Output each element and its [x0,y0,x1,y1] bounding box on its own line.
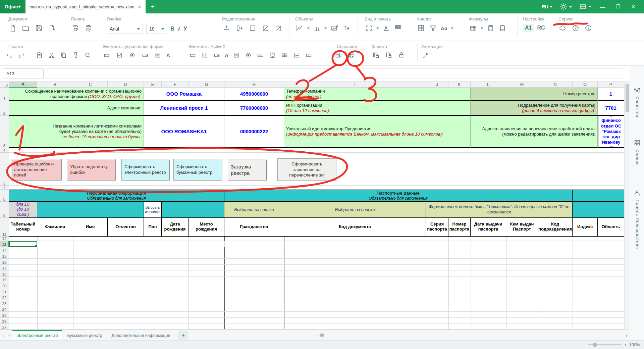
headers-icon[interactable] [382,24,391,33]
page-layout-icon[interactable] [394,24,402,33]
caption-postcode[interactable]: Индекс [573,218,598,237]
calculator-icon[interactable] [486,24,495,33]
build-electronic-registry-button[interactable]: Сформироватьэлектронный реестр [121,159,170,181]
form-radio-icon[interactable] [128,51,136,59]
row-header-15[interactable]: 15 [0,253,9,259]
column-header-k[interactable]: K [448,82,471,88]
row-header-16[interactable]: 16 [0,259,9,265]
activex-textbox-icon[interactable] [257,51,265,59]
column-header-h[interactable]: H [224,82,284,88]
protect-sheet-icon[interactable] [372,51,380,59]
row-header-25[interactable]: 25 [0,312,9,318]
row-header-12[interactable]: 12 [0,237,9,241]
cell-teal-empty-op[interactable] [573,202,624,218]
cell-phone-label[interactable]: Телефон компании (не менее 5 сим.): [284,88,471,101]
close-document-icon[interactable]: ✕ [138,4,142,9]
form-button-icon[interactable] [103,51,111,59]
sort-button[interactable]: Ая [441,26,447,31]
horizontal-scrollbar[interactable]: ‹ [317,333,324,338]
build-paper-registry-button[interactable]: Сформироватьбумажный реестр [173,159,222,181]
cell-company-name-label[interactable]: Сокращенное наименование компании с орга… [9,88,144,101]
row-header-21[interactable]: 21 [0,288,9,294]
row-header-22[interactable]: 22 [0,294,9,300]
caption-surname[interactable]: Фамилия [37,218,73,237]
column-header-e[interactable]: E [144,82,162,88]
row-header-7[interactable]: 7 [0,186,9,190]
line-chart-icon[interactable] [295,24,304,33]
cut-icon[interactable] [47,51,55,59]
row-4-empty[interactable] [9,148,624,153]
sheet-tab-additional-info[interactable]: Дополнительная информация [107,330,175,340]
print-area-icon[interactable] [365,24,373,33]
insert-cells-icon[interactable] [222,24,231,33]
cell-uid-label[interactable]: Уникальный идентификатор Предприятия: (и… [284,116,471,148]
row-header-17[interactable]: 17 [0,265,9,271]
notebook-icon[interactable] [498,24,507,33]
cell-subdivision-label[interactable]: Подразделение для получения карты) (ровн… [471,101,598,116]
column-header-a[interactable]: A [9,82,37,88]
row-header-19[interactable]: 19 [0,277,9,283]
zoom-in-button[interactable]: + [624,343,627,347]
sheet-tab-electronic-registry[interactable]: Электронный реестр [12,330,62,340]
column-header-p[interactable]: P [598,82,624,88]
row-12-empty[interactable] [9,237,624,241]
sidebar-panel-user[interactable]: Панель Пользователя [630,189,644,249]
formula-input[interactable] [46,68,623,79]
row-header-20[interactable]: 20 [0,282,9,288]
caption-birth-date[interactable]: Дата рождения [162,218,189,237]
column-header-g[interactable]: G [189,82,224,88]
row-header-2[interactable]: 2 [0,101,9,116]
italic-button[interactable]: I [178,26,180,32]
cell-latin-name-label[interactable]: Название компании латинскими символами б… [9,116,144,148]
row-header-4[interactable]: 4 [0,148,9,153]
font-family-select[interactable]: Arial [107,24,143,34]
activex-spin-icon[interactable] [269,51,277,59]
column-header-l[interactable]: L [471,82,506,88]
activex-radio-icon[interactable] [245,51,253,59]
cell-subdivision-value[interactable]: 7701 [598,101,624,116]
row-header-11[interactable]: 11 [0,218,9,237]
hscroll-thumb[interactable] [320,334,324,337]
caption-passport-issue-date[interactable]: Дата выдачи паспорта [471,218,506,237]
print-icon[interactable] [71,24,80,33]
document-tab[interactable]: makros_na_vypusk_kart_i_otkrytie_schetov… [25,0,146,13]
tabs-scroll-right-icon[interactable]: › [6,333,13,338]
new-document-tab-button[interactable]: + [146,0,160,13]
clear-error-highlight-button[interactable]: Убрать подстветкуошибок [67,159,116,181]
cell-passport-data-header[interactable]: Паспортные данные Обязательно для заполн… [224,190,573,202]
cell-company-phone-value[interactable]: 4950000000 [224,88,284,101]
row-header-27[interactable]: 27 [0,324,9,330]
row-header-3[interactable]: 3 [0,116,9,148]
bold-button[interactable]: B [170,26,174,32]
activex-label-icon[interactable]: A [225,52,228,58]
caption-passport-issuer[interactable]: Кем выдан Паспорт [506,218,538,237]
cell-registry-number-value[interactable]: 1 [598,88,624,101]
named-ranges-icon[interactable] [469,24,478,33]
restore-button[interactable]: ❐ [612,4,624,10]
select-all-corner[interactable] [0,82,9,88]
about-icon[interactable] [584,24,593,33]
activex-checkbox-icon[interactable] [201,51,209,59]
sidebar-panel-service[interactable]: Сервис [630,139,644,166]
caption-region[interactable]: Область [598,218,624,237]
save-icon[interactable] [35,24,43,33]
clear-style-icon[interactable] [274,24,283,33]
build-salary-statement-button[interactable]: Сформироватьзаявление наперечисление з/п [277,158,336,181]
insert-column-icon[interactable] [235,24,244,33]
check-errors-button[interactable]: Проверка ошибок иавтозаполнение полей [11,159,62,181]
activex-combobox-icon[interactable] [213,51,221,59]
cell-pick-from-list-gender[interactable]: Выбрать из списка [144,202,162,218]
lock-icon[interactable] [397,51,405,59]
caption-subdivision-code[interactable]: Код подразделения [538,218,573,237]
caption-tab-number[interactable]: Табельный номер [9,218,37,237]
caption-birth-place[interactable]: Место рождения [189,218,224,237]
name-box[interactable]: A13 [3,68,44,79]
undo-icon[interactable] [5,51,13,59]
zoom-slider[interactable] [588,344,622,345]
cell-teal-empty-bcd[interactable] [37,202,144,218]
cell-registry-number-label[interactable]: Номер реестра: [471,88,598,101]
cell-company-name-value[interactable]: ООО Ромашка [144,88,224,101]
hscroll-right-icon[interactable]: › [626,333,627,338]
save-as-icon[interactable] [48,24,56,33]
row-header-5[interactable]: 5 [0,153,9,186]
